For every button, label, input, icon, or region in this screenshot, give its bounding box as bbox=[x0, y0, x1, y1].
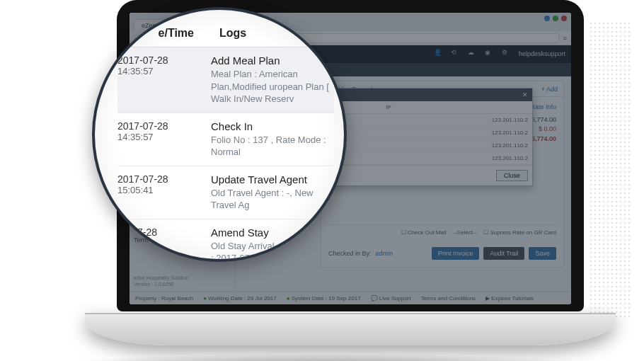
footer-system-date: System Date : 19 Sep 2017 bbox=[287, 295, 361, 302]
popup-close-button[interactable]: Close bbox=[496, 170, 528, 181]
log-time: 14:35:57 bbox=[117, 132, 194, 142]
sidebar-footer: eZee Hospitality Solution Version : 1.0.… bbox=[134, 275, 231, 287]
log-time: 14:35:57 bbox=[117, 66, 194, 76]
popup-col-ip: IP bbox=[371, 101, 406, 113]
eye-icon[interactable]: ◉ bbox=[485, 49, 495, 59]
footer-property: Property : Royal Beach bbox=[135, 295, 193, 302]
footer-live-support[interactable]: 💬 Live Support bbox=[371, 295, 411, 302]
plus-add[interactable]: + Add bbox=[541, 86, 558, 93]
log-time: 15:05:41 bbox=[117, 185, 194, 195]
log-title: Add Meal Plan bbox=[211, 55, 334, 67]
user-icon[interactable]: 👤 bbox=[434, 49, 444, 59]
print-invoice-button[interactable]: Print Invoice bbox=[432, 247, 480, 260]
maximize-icon[interactable] bbox=[553, 16, 558, 21]
checked-in-label: Checked in By: bbox=[328, 250, 372, 257]
gear-icon[interactable]: ⚙ bbox=[502, 49, 512, 59]
audit-trail-popup: ✕ + Add IP 123.201.110.2 123.201.110.2 1… bbox=[321, 88, 533, 186]
log-detail: Old Travel Agent : -, New Travel Ag bbox=[211, 187, 334, 212]
popup-row: 123.201.110.2 bbox=[321, 127, 532, 139]
footer-tutorials[interactable]: ▶ Explore Tutorials bbox=[485, 295, 534, 302]
log-detail: Folio No : 137 , Rate Mode : Normal bbox=[211, 134, 334, 159]
footer-terms[interactable]: Terms and Conditions bbox=[421, 295, 476, 302]
mag-head-logs: Logs bbox=[219, 27, 246, 40]
browser-menu-icon[interactable]: ≡ bbox=[563, 35, 567, 42]
share-icon[interactable]: ⟲ bbox=[451, 49, 461, 59]
popup-row: 123.201.110.2 bbox=[321, 152, 532, 165]
popup-row: 123.201.110.2 bbox=[321, 139, 532, 152]
suppress-rate-check[interactable]: Supress Rate on GR Card bbox=[483, 229, 556, 236]
magnifier-lens: e/Time Logs 2017-07-28 14:35:57 Add Meal… bbox=[92, 7, 347, 262]
log-row[interactable]: 2017-07-28 14:35:57 Check In Folio No : … bbox=[117, 113, 334, 166]
log-title: Check In bbox=[211, 120, 334, 132]
log-title: Update Travel Agent bbox=[211, 173, 334, 185]
log-detail: Meal Plan : American Plan,Modified urope… bbox=[211, 68, 334, 105]
audit-trail-button[interactable]: Audit Trail bbox=[483, 247, 524, 260]
user-label[interactable]: helpdesksupport bbox=[519, 50, 565, 57]
log-date: 2017-07-28 bbox=[117, 120, 194, 132]
select-placeholder[interactable]: --Select-- bbox=[454, 229, 477, 236]
minimize-icon[interactable] bbox=[544, 16, 550, 21]
log-date: 2017-07-28 bbox=[117, 173, 194, 185]
checked-in-value: admin bbox=[376, 250, 393, 257]
cloud-icon[interactable]: ☁ bbox=[468, 49, 478, 59]
close-icon[interactable] bbox=[561, 16, 567, 21]
window-controls[interactable] bbox=[544, 16, 567, 21]
log-row[interactable]: 2017-07-28 14:35:57 Add Meal Plan Meal P… bbox=[117, 47, 334, 113]
popup-row: 123.201.110.2 bbox=[321, 114, 532, 127]
log-row[interactable]: 2017-07-28 15:05:41 Update Travel Agent … bbox=[117, 166, 334, 219]
footer-working-date: Working Date : 29 Jul 2017 bbox=[203, 295, 276, 302]
save-button[interactable]: Save bbox=[529, 247, 556, 260]
status-bar: Property : Royal Beach Working Date : 29… bbox=[130, 292, 571, 304]
checkout-mail-check[interactable]: Check Out Mail bbox=[401, 229, 447, 236]
log-date: 2017-07-28 bbox=[117, 55, 194, 66]
popup-close-icon[interactable]: ✕ bbox=[522, 91, 528, 98]
